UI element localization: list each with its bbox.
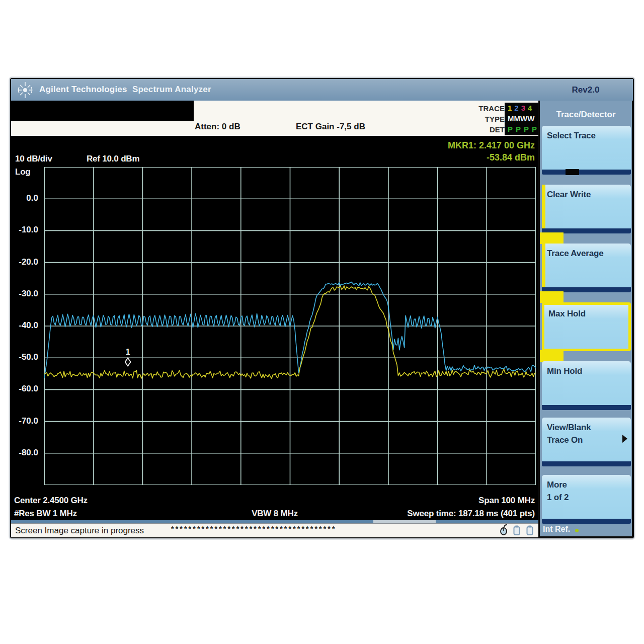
detector-letter: P <box>524 125 529 133</box>
span: Span 100 MHz <box>382 496 535 506</box>
y-axis-tick-label: -60.0 <box>11 384 38 394</box>
button-label: View/Blank <box>547 423 591 433</box>
trace-numbers: 1234 <box>508 103 538 113</box>
button-label: Trace Average <box>547 249 603 259</box>
det-row-label: DET <box>475 124 505 135</box>
trace-table-labels: TRACE TYPE DET <box>475 103 505 135</box>
usb-icon <box>513 525 520 535</box>
scale-per-div: 10 dB/div <box>15 154 52 164</box>
trace-number: 2 <box>514 104 518 112</box>
max-hold-button[interactable]: Max Hold <box>542 302 631 351</box>
marker-1: 1 <box>125 348 131 366</box>
attenuation-readout: Atten: 0 dB <box>195 122 240 132</box>
yellow-tab <box>540 291 564 303</box>
blacked-out-field <box>11 101 194 121</box>
more-pages-button[interactable]: More 1 of 2 <box>542 475 631 524</box>
marker-level-readout: -53.84 dBm <box>382 152 535 163</box>
y-axis-tick-label: 0.0 <box>11 193 38 203</box>
status-message: Screen Image capture in progress <box>15 526 144 536</box>
button-label: Clear Write <box>547 190 591 200</box>
y-axis-tick-label: -50.0 <box>11 352 38 362</box>
type-row-label: TYPE <box>475 114 505 124</box>
y-axis-tick-label: -80.0 <box>11 448 38 458</box>
marker-number: 1 <box>126 348 130 356</box>
button-label: Max Hold <box>548 309 586 319</box>
trace-number: 3 <box>521 104 525 112</box>
detector-letter: P <box>516 125 521 133</box>
int-ref-status-dot <box>575 529 579 532</box>
button-label: More <box>547 480 567 490</box>
detector-letter: P <box>532 125 537 133</box>
trace-row-label: TRACE <box>475 103 505 114</box>
button-label-line2: 1 of 2 <box>547 493 569 503</box>
select-trace-button[interactable]: Select Trace <box>542 126 631 175</box>
y-axis-tick-label: -70.0 <box>11 416 38 426</box>
active-trace-stripe <box>542 244 545 287</box>
sweep-time: Sweep time: 187.18 ms (401 pts) <box>332 509 535 519</box>
menu-footer: Int Ref. <box>540 523 632 536</box>
center-freq: Center 2.4500 GHz <box>14 496 88 506</box>
firmware-rev: Rev2.0 <box>539 85 632 95</box>
mouse-icon <box>499 524 509 536</box>
button-label: Select Trace <box>547 131 596 141</box>
int-ref-label: Int Ref. <box>543 525 570 534</box>
trace-table-values: 1234 MMWW PPPP <box>505 103 538 135</box>
trace-number: 4 <box>528 104 532 112</box>
clear-write-button[interactable]: Clear Write <box>542 185 631 233</box>
active-trace-stripe <box>542 185 545 228</box>
button-label: Min Hold <box>547 366 582 376</box>
brand-title: Agilent Technologies <box>39 85 127 95</box>
y-axis-tick-label: -30.0 <box>11 289 38 299</box>
min-hold-button[interactable]: Min Hold <box>542 361 631 410</box>
page: Agilent Technologies Spectrum Analyzer R… <box>0 0 644 644</box>
y-axis-tick-label: -40.0 <box>11 320 38 331</box>
trace-types: MMWW <box>508 113 538 124</box>
y-axis-tick-label: -20.0 <box>11 257 38 267</box>
spectrum-plot: 1 <box>44 167 536 485</box>
select-trace-indicator <box>566 169 579 175</box>
trace-number: 1 <box>508 104 512 112</box>
button-label-line2: Trace On <box>547 435 583 445</box>
menu-title: Trace/Detector <box>540 110 632 120</box>
y-axis-labels: 0.0-10.0-20.0-30.0-40.0-50.0-60.0-70.0-8… <box>11 167 40 485</box>
ref-level: Ref 10.0 dBm <box>87 154 139 164</box>
ect-gain-readout: ECT Gain -7,5 dB <box>296 122 365 132</box>
marker-freq-readout: MKR1: 2.417 00 GHz <box>382 140 535 151</box>
agilent-logo-icon <box>14 80 36 100</box>
detector-letter: P <box>508 125 513 133</box>
status-progress-dots: ************************************** <box>171 525 337 533</box>
submenu-arrow-icon <box>622 435 627 443</box>
view-blank-trace-button[interactable]: View/Blank Trace On <box>542 418 631 466</box>
usb-icon <box>526 525 533 535</box>
app-title: Spectrum Analyzer <box>132 85 211 95</box>
yellow-tab <box>540 350 564 362</box>
marker-diamond-icon <box>125 358 131 366</box>
trace-detectors: PPPP <box>508 124 538 134</box>
yellow-tab <box>540 232 564 244</box>
y-axis-tick-label: -10.0 <box>11 225 38 235</box>
trace-average-button[interactable]: Trace Average <box>542 244 631 292</box>
